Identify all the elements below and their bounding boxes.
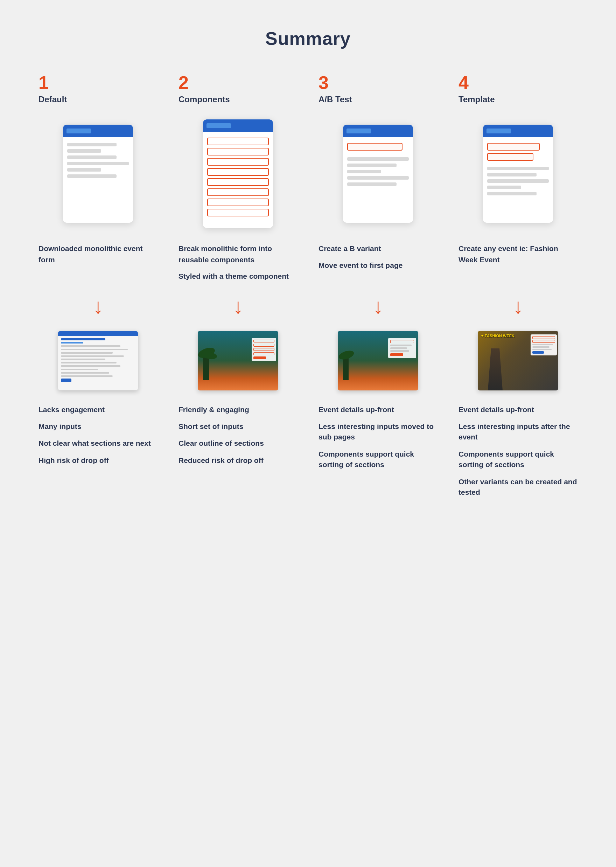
desc-2a: Break monolithic form into reusable comp… [179,243,297,265]
screenshot-scenic [198,331,278,390]
mockup-content-3 [343,141,413,191]
ab-gray-4 [347,176,409,179]
mockup-header-1 [63,125,133,137]
mini-blue-1 [61,338,105,340]
desc-1: Downloaded monolithic event form [39,243,157,265]
mini-line-a4 [61,356,124,357]
outcome-col-3: Event details up-front Less interesting … [308,404,448,504]
scenic-overlay-form [251,338,276,361]
mockup-template [459,114,577,233]
tmpl-submit-btn [532,351,544,354]
arrows-row: ↓ ↓ ↓ ↓ [28,296,588,317]
column-4: 4 Template Create any event ie: F [448,74,588,282]
mini-line-a1 [61,345,120,347]
down-arrow-3: ↓ [373,296,383,317]
desc-4a: Create any event ie: Fashion Week Event [459,243,577,265]
ab-obox-1 [390,340,414,343]
ab-orange-box-1 [347,143,402,151]
outcome-2-2: Clear outline of sections [179,438,297,448]
outcome-3-2: Components support quick sorting of sect… [319,449,437,470]
orange-box-6 [207,188,269,196]
gray-line-3 [67,156,116,159]
mockup-content-1 [63,141,133,183]
arrow-3: ↓ [308,296,448,317]
mockup-content-4 [483,141,553,200]
orange-box-1 [207,138,269,145]
form-mockup-ab [343,125,413,223]
outcome-1-3: High risk of drop off [39,455,157,466]
outcome-2-0: Friendly & engaging [179,404,297,415]
ab-gray-line-2 [390,347,407,349]
column-2: 2 Components Break monolithic for [168,74,308,282]
desc-3b: Move event to first page [319,260,402,271]
outcome-3-0: Event details up-front [319,404,437,415]
step-number-1: 1 [39,74,49,92]
orange-box-2 [207,148,269,156]
tmpl-gray-2 [487,173,537,176]
mini-line-a9 [61,372,109,374]
mockup-header-3 [343,125,413,137]
mockup-content-2 [203,135,273,221]
arrow-1: ↓ [28,296,168,317]
outcomes-row: Lacks engagement Many inputs Not clear w… [28,404,588,504]
tmpl-gray-5 [487,192,537,195]
tmpl-gray-4 [487,186,521,189]
mockup-header-rect-2 [206,123,231,128]
mockup-header-rect-4 [487,129,511,134]
step-label-2: Components [179,94,230,104]
scene-obox-1 [253,340,274,343]
column-3: 3 A/B Test Create a B variant Move event [308,74,448,282]
outcome-4-1: Less interesting inputs after the event [459,421,577,442]
page-title: Summary [265,28,351,49]
scene-obox-2 [253,344,274,347]
ab-gray-1 [347,157,409,161]
form-mockup-default [63,125,133,223]
arrow-2: ↓ [168,296,308,317]
template-overlay-form [531,334,557,356]
orange-box-3 [207,158,269,166]
form-mockup-components [203,120,273,228]
outcome-4-3: Other variants can be created and tested [459,477,577,498]
tmpl-gray-form-2 [532,346,550,348]
outcome-col-1: Lacks engagement Many inputs Not clear w… [28,404,168,504]
outcome-2-3: Reduced risk of drop off [179,455,297,466]
arrow-4: ↓ [448,296,588,317]
screenshot-col-4: ✦ FASHION WEEK [448,331,588,390]
screenshot-col-3 [308,331,448,390]
tmpl-obox-form-2 [532,340,555,343]
outcome-1-1: Many inputs [39,421,157,432]
step-label-3: A/B Test [319,94,352,104]
form-mockup-template [483,125,553,223]
ab-gray-line-3 [390,350,409,352]
tmpl-gray-3 [487,179,549,183]
screenshot-ab [338,331,418,390]
down-arrow-4: ↓ [513,296,523,317]
outcome-4-2: Components support quick sorting of sect… [459,449,577,470]
outcome-1-2: Not clear what sections are next [39,438,157,448]
gray-line-2 [67,149,101,153]
outcome-col-2: Friendly & engaging Short set of inputs … [168,404,308,504]
tmpl-orange-box-1 [487,143,540,151]
screenshot-col-1 [28,331,168,390]
tmpl-orange-box-2 [487,153,533,161]
fashion-week-label: ✦ FASHION WEEK [481,334,514,338]
mockup-default [39,114,157,233]
mockup-components [179,114,297,233]
tmpl-obox-form-1 [532,336,555,339]
ab-submit-btn [390,353,403,356]
mini-line-a7 [61,365,120,367]
columns-row: 1 Default Downloaded monolithic event fo… [28,74,588,282]
orange-box-5 [207,178,269,186]
step-number-3: 3 [319,74,328,92]
mockup-header-rect-1 [66,129,91,134]
orange-box-7 [207,198,269,206]
orange-box-8 [207,209,269,216]
mockup-header-2 [203,120,273,132]
gray-line-1 [67,143,116,146]
orange-box-4 [207,168,269,176]
mini-line-a8 [61,369,98,370]
screenshot-template: ✦ FASHION WEEK [478,331,558,390]
outcome-4-0: Event details up-front [459,404,577,415]
mini-line-a6 [61,362,116,363]
down-arrow-2: ↓ [233,296,243,317]
